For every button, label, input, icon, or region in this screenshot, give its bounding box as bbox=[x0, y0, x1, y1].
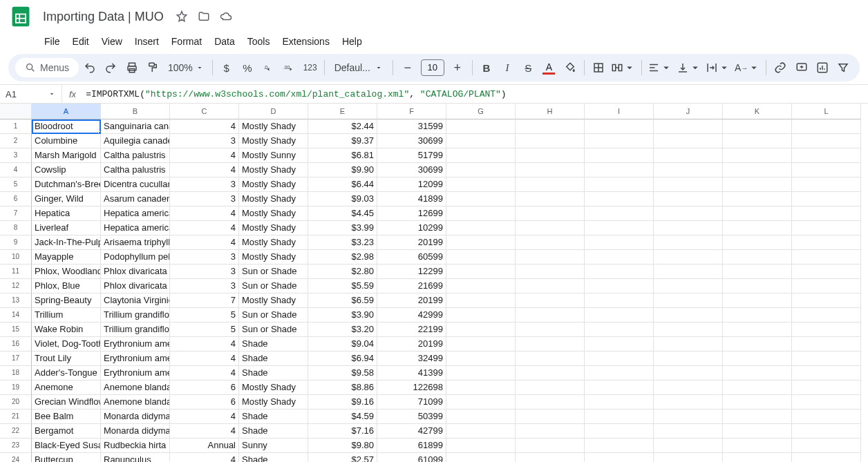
cell[interactable]: $3.90 bbox=[308, 308, 377, 323]
cell[interactable] bbox=[446, 424, 516, 439]
star-icon[interactable] bbox=[173, 8, 190, 25]
cell[interactable]: Hepatica americana bbox=[101, 221, 170, 235]
cell[interactable]: Annual bbox=[170, 439, 239, 453]
cell[interactable]: 51799 bbox=[377, 148, 446, 163]
cell[interactable]: Caltha palustris bbox=[101, 148, 170, 163]
cell[interactable] bbox=[792, 221, 861, 235]
cell[interactable] bbox=[516, 424, 585, 439]
cell[interactable] bbox=[723, 366, 792, 381]
redo-button[interactable] bbox=[101, 57, 120, 78]
cell[interactable] bbox=[792, 148, 861, 163]
cell[interactable]: Wake Robin bbox=[32, 323, 101, 337]
cell[interactable] bbox=[585, 366, 654, 381]
percent-button[interactable]: % bbox=[238, 57, 257, 78]
cell[interactable] bbox=[723, 221, 792, 235]
cell[interactable]: 61899 bbox=[377, 439, 446, 453]
cell[interactable] bbox=[585, 352, 654, 366]
row-header[interactable]: 22 bbox=[0, 424, 32, 439]
cell[interactable]: 20199 bbox=[377, 235, 446, 250]
cell[interactable] bbox=[516, 148, 585, 163]
col-header-F[interactable]: F bbox=[377, 104, 446, 119]
cell[interactable] bbox=[585, 177, 654, 192]
cell[interactable] bbox=[446, 235, 516, 250]
move-icon[interactable] bbox=[196, 8, 212, 25]
cell[interactable]: Shade bbox=[239, 352, 308, 366]
cell[interactable]: $5.59 bbox=[308, 279, 377, 293]
cell[interactable] bbox=[446, 366, 516, 381]
cell[interactable]: 30699 bbox=[377, 134, 446, 148]
cell[interactable] bbox=[446, 250, 516, 264]
col-header-G[interactable]: G bbox=[446, 104, 516, 119]
cell[interactable]: Caltha palustris bbox=[101, 163, 170, 177]
cell[interactable]: Liverleaf bbox=[32, 221, 101, 235]
cell[interactable] bbox=[446, 439, 516, 453]
cell[interactable]: Mostly Shady bbox=[239, 293, 308, 308]
menu-data[interactable]: Data bbox=[209, 33, 240, 50]
cell[interactable]: 60599 bbox=[377, 250, 446, 264]
cell[interactable]: Mostly Shady bbox=[239, 177, 308, 192]
row-header[interactable]: 17 bbox=[0, 352, 32, 366]
row-header[interactable]: 16 bbox=[0, 337, 32, 352]
cell[interactable] bbox=[446, 119, 516, 134]
row-header[interactable]: 20 bbox=[0, 395, 32, 410]
cell[interactable] bbox=[654, 221, 723, 235]
cell[interactable]: $9.16 bbox=[308, 395, 377, 410]
col-header-C[interactable]: C bbox=[170, 104, 239, 119]
cell[interactable] bbox=[516, 206, 585, 221]
merge-cells-button[interactable] bbox=[610, 61, 637, 74]
col-header-E[interactable]: E bbox=[308, 104, 377, 119]
cell[interactable]: $9.04 bbox=[308, 337, 377, 352]
cell[interactable] bbox=[446, 206, 516, 221]
cell[interactable]: 4 bbox=[170, 352, 239, 366]
col-header-D[interactable]: D bbox=[239, 104, 308, 119]
cell[interactable]: Buttercup bbox=[32, 453, 101, 462]
cell[interactable]: Shade bbox=[239, 453, 308, 462]
cell[interactable]: $3.99 bbox=[308, 221, 377, 235]
row-header[interactable]: 5 bbox=[0, 177, 32, 192]
cell[interactable] bbox=[792, 395, 861, 410]
cell[interactable] bbox=[446, 352, 516, 366]
row-header[interactable]: 3 bbox=[0, 148, 32, 163]
cell[interactable] bbox=[446, 308, 516, 323]
cell[interactable]: Sunny bbox=[239, 439, 308, 453]
cell[interactable]: 122698 bbox=[377, 381, 446, 395]
cell[interactable] bbox=[654, 206, 723, 221]
cell[interactable] bbox=[654, 293, 723, 308]
strikethrough-button[interactable]: S bbox=[518, 57, 538, 78]
menu-help[interactable]: Help bbox=[337, 33, 368, 50]
formula-input[interactable]: =IMPORTXML("https://www.w3schools.com/xm… bbox=[83, 89, 868, 99]
cell[interactable] bbox=[792, 264, 861, 279]
cell[interactable]: Marsh Marigold bbox=[32, 148, 101, 163]
undo-button[interactable] bbox=[80, 57, 100, 78]
cell[interactable]: Sun or Shade bbox=[239, 308, 308, 323]
row-header[interactable]: 14 bbox=[0, 308, 32, 323]
cell[interactable]: 41899 bbox=[377, 192, 446, 206]
cell[interactable]: Asarum canadense bbox=[101, 192, 170, 206]
cell[interactable]: Mostly Shady bbox=[239, 221, 308, 235]
text-rotation-button[interactable]: A→ bbox=[733, 61, 762, 74]
cell[interactable] bbox=[446, 395, 516, 410]
cell[interactable] bbox=[516, 337, 585, 352]
cell[interactable] bbox=[585, 424, 654, 439]
cell[interactable]: 3 bbox=[170, 279, 239, 293]
cell[interactable] bbox=[516, 395, 585, 410]
cell[interactable]: Bloodroot bbox=[32, 119, 101, 134]
cell[interactable]: 4 bbox=[170, 163, 239, 177]
row-header[interactable]: 13 bbox=[0, 293, 32, 308]
cell[interactable]: Shade bbox=[239, 337, 308, 352]
insert-link-button[interactable] bbox=[771, 57, 790, 78]
cell[interactable] bbox=[446, 323, 516, 337]
insert-comment-button[interactable] bbox=[791, 57, 811, 78]
cell[interactable]: Violet, Dog-Tooth bbox=[32, 337, 101, 352]
row-header[interactable]: 12 bbox=[0, 279, 32, 293]
cell[interactable] bbox=[446, 293, 516, 308]
cell[interactable] bbox=[792, 424, 861, 439]
cell[interactable]: Mostly Shady bbox=[239, 250, 308, 264]
cell[interactable]: 3 bbox=[170, 250, 239, 264]
cell[interactable] bbox=[792, 192, 861, 206]
cell[interactable]: Mostly Shady bbox=[239, 381, 308, 395]
cell[interactable]: Ginger, Wild bbox=[32, 192, 101, 206]
cell[interactable]: 4 bbox=[170, 366, 239, 381]
cell[interactable] bbox=[792, 352, 861, 366]
cell[interactable] bbox=[446, 148, 516, 163]
